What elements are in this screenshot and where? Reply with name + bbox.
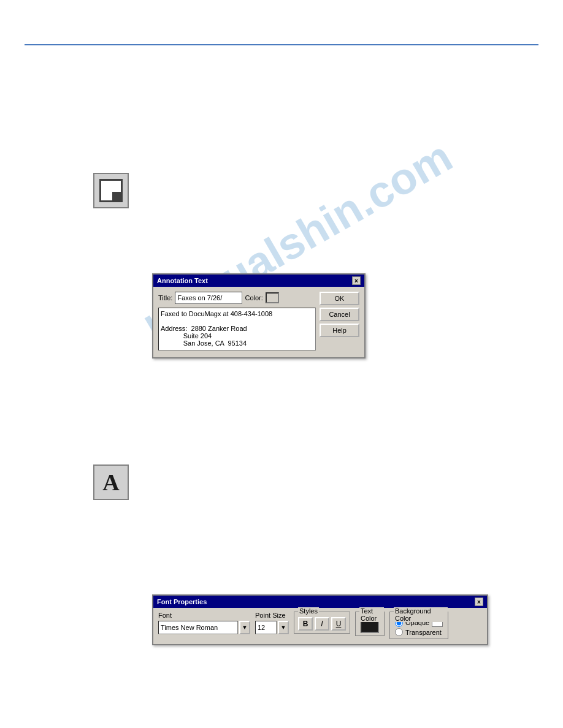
font-icon-letter: A [102, 471, 119, 494]
annotation-help-button[interactable]: Help [320, 324, 359, 337]
font-dialog-title: Font Properties [157, 598, 207, 605]
font-icon: A [93, 464, 129, 500]
text-color-legend: Text Color [359, 607, 384, 622]
font-dialog-close[interactable]: × [475, 597, 483, 606]
annotation-dialog-left: Title: Color: Faxed to DocuMagx at 408-4… [158, 292, 316, 352]
bg-color-group: Background Color Opaque Transparent [389, 612, 448, 639]
annotation-dialog-right: OK Cancel Help [320, 292, 359, 352]
size-select-input[interactable] [255, 621, 277, 634]
annotation-title-row: Title: Color: [158, 292, 316, 304]
transparent-radio-row: Transparent [395, 628, 443, 636]
annotation-title-label: Title: [158, 294, 172, 301]
bg-color-legend: Background Color [394, 607, 448, 622]
annotation-dialog-close[interactable]: × [352, 276, 361, 285]
annotation-text-dialog: Annotation Text × Title: Color: Faxed to… [152, 273, 366, 358]
underline-button[interactable]: U [331, 617, 346, 631]
top-divider [25, 44, 538, 45]
annotation-dialog-content: Title: Color: Faxed to DocuMagx at 408-4… [153, 287, 364, 357]
annotation-dialog-title: Annotation Text [157, 277, 208, 284]
styles-legend: Styles [298, 607, 319, 615]
italic-button[interactable]: I [315, 617, 329, 631]
annotation-icon-inner [99, 179, 123, 202]
annotation-icon [93, 173, 129, 208]
styles-group: Styles B I U [294, 612, 350, 634]
transparent-label: Transparent [405, 629, 442, 636]
size-select-row: ▼ [255, 621, 289, 634]
font-properties-dialog: Font Properties × Font ▼ Point Size ▼ [152, 594, 488, 645]
font-dropdown-arrow[interactable]: ▼ [239, 621, 250, 634]
font-dialog-titlebar: Font Properties × [153, 596, 487, 608]
font-dialog-content: Font ▼ Point Size ▼ Styles B I [153, 608, 487, 644]
annotation-cancel-button[interactable]: Cancel [320, 308, 359, 321]
bold-button[interactable]: B [298, 617, 313, 631]
size-label: Point Size [255, 612, 289, 619]
font-columns: Font ▼ Point Size ▼ Styles B I [158, 612, 482, 639]
transparent-radio[interactable] [395, 628, 403, 636]
font-select-input[interactable] [158, 621, 238, 634]
annotation-color-box[interactable] [266, 292, 279, 303]
font-col: Font ▼ [158, 612, 250, 634]
font-label: Font [158, 612, 250, 619]
annotation-color-label: Color: [245, 294, 262, 301]
size-dropdown-arrow[interactable]: ▼ [278, 621, 289, 634]
annotation-dialog-titlebar: Annotation Text × [153, 275, 364, 287]
annotation-ok-button[interactable]: OK [320, 292, 359, 305]
font-select-row: ▼ [158, 621, 250, 634]
annotation-text-area[interactable]: Faxed to DocuMagx at 408-434-1008 Addres… [158, 308, 316, 351]
size-col: Point Size ▼ [255, 612, 289, 634]
text-color-group: Text Color [355, 612, 385, 636]
annotation-title-input[interactable] [175, 292, 242, 304]
styles-buttons: B I U [298, 617, 346, 631]
